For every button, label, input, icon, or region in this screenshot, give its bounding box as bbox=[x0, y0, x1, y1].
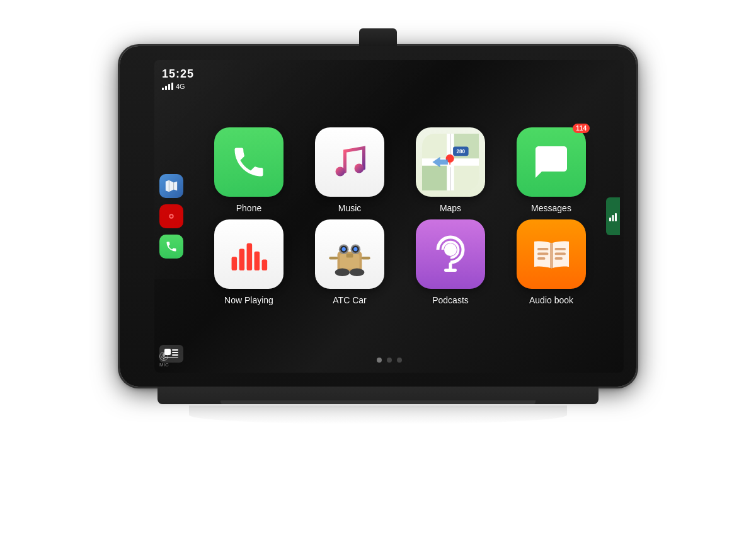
app-icon-audiobook[interactable] bbox=[517, 219, 586, 289]
app-icon-music[interactable] bbox=[315, 127, 384, 197]
svg-point-27 bbox=[342, 247, 346, 251]
app-icon-nowplaying[interactable] bbox=[214, 219, 284, 289]
device-stand bbox=[158, 387, 598, 404]
app-item-atccar[interactable]: ATC Car bbox=[302, 219, 397, 305]
svg-rect-45 bbox=[172, 352, 178, 353]
sidebar bbox=[159, 174, 183, 259]
svg-rect-42 bbox=[554, 257, 563, 260]
mic-label: MIC bbox=[159, 362, 169, 368]
app-icon-atccar[interactable] bbox=[315, 219, 384, 289]
app-label-podcasts: Podcasts bbox=[432, 295, 469, 305]
svg-rect-52 bbox=[615, 213, 617, 221]
svg-text:280: 280 bbox=[457, 149, 466, 154]
svg-rect-40 bbox=[554, 248, 566, 250]
screen: 15:25 4G bbox=[154, 60, 624, 373]
sidebar-icon-music[interactable] bbox=[159, 204, 183, 228]
svg-rect-7 bbox=[422, 162, 450, 190]
app-item-messages[interactable]: 114 Messages bbox=[504, 127, 598, 213]
app-item-nowplaying[interactable]: Now Playing bbox=[202, 219, 296, 305]
app-item-music[interactable]: Music bbox=[302, 127, 397, 213]
mic-circle bbox=[159, 352, 168, 361]
signal-bar-2 bbox=[165, 86, 167, 90]
app-label-atccar: ATC Car bbox=[333, 295, 366, 305]
app-label-phone: Phone bbox=[236, 203, 261, 213]
signal-row: 4G bbox=[162, 83, 194, 90]
app-label-nowplaying: Now Playing bbox=[224, 295, 273, 305]
sidebar-icon-phone[interactable] bbox=[159, 235, 183, 259]
svg-marker-0 bbox=[166, 180, 177, 192]
page-dot-2[interactable] bbox=[387, 358, 392, 363]
app-label-music: Music bbox=[338, 203, 362, 213]
svg-rect-36 bbox=[444, 269, 457, 272]
svg-rect-16 bbox=[232, 257, 238, 270]
clock-display: 15:25 bbox=[162, 67, 194, 81]
page-dot-3[interactable] bbox=[397, 358, 402, 363]
app-item-audiobook[interactable]: Audio book bbox=[504, 219, 598, 305]
svg-rect-39 bbox=[537, 257, 546, 260]
mic-indicator: MIC bbox=[159, 352, 169, 368]
svg-rect-49 bbox=[163, 358, 164, 359]
svg-rect-20 bbox=[262, 260, 268, 271]
sidebar-icon-maps[interactable] bbox=[159, 174, 183, 198]
signal-bar-1 bbox=[162, 88, 164, 90]
app-item-phone[interactable]: Phone bbox=[202, 127, 296, 213]
svg-rect-37 bbox=[537, 248, 549, 250]
svg-point-30 bbox=[335, 269, 350, 276]
app-icon-phone[interactable] bbox=[214, 127, 284, 197]
svg-rect-11 bbox=[450, 134, 451, 157]
top-mount bbox=[359, 28, 397, 46]
app-item-maps[interactable]: 280 Maps bbox=[403, 127, 498, 213]
app-label-messages: Messages bbox=[531, 203, 571, 213]
svg-rect-50 bbox=[609, 218, 611, 221]
app-grid: Phone bbox=[189, 121, 611, 312]
svg-point-5 bbox=[355, 164, 364, 173]
svg-point-31 bbox=[350, 269, 364, 276]
signal-bar-4 bbox=[171, 83, 173, 90]
app-item-podcasts[interactable]: Podcasts bbox=[403, 219, 498, 305]
signal-bar-3 bbox=[168, 84, 170, 90]
signal-bars bbox=[162, 83, 173, 90]
page-dot-1[interactable] bbox=[377, 358, 382, 363]
app-icon-podcasts[interactable] bbox=[416, 219, 485, 289]
svg-rect-18 bbox=[247, 243, 253, 271]
svg-rect-32 bbox=[329, 257, 338, 260]
messages-badge: 114 bbox=[573, 124, 590, 133]
svg-point-28 bbox=[353, 247, 357, 251]
now-playing-mini-indicator[interactable] bbox=[606, 197, 620, 235]
device-body: 15:25 4G bbox=[120, 46, 636, 387]
device-wrapper: 15:25 4G bbox=[107, 28, 649, 508]
app-icon-maps[interactable]: 280 bbox=[416, 127, 485, 197]
svg-rect-51 bbox=[612, 215, 614, 221]
network-label: 4G bbox=[176, 83, 185, 90]
svg-rect-19 bbox=[255, 252, 260, 271]
svg-rect-46 bbox=[172, 354, 178, 356]
svg-point-4 bbox=[336, 167, 345, 177]
svg-point-3 bbox=[170, 215, 173, 218]
app-label-audiobook: Audio book bbox=[529, 295, 573, 305]
app-icon-messages[interactable]: 114 bbox=[517, 127, 586, 197]
svg-rect-17 bbox=[239, 248, 245, 270]
svg-rect-29 bbox=[346, 253, 353, 257]
svg-point-34 bbox=[444, 243, 457, 256]
device-reflection bbox=[189, 405, 567, 424]
svg-rect-33 bbox=[362, 257, 370, 260]
svg-rect-41 bbox=[554, 253, 566, 255]
svg-rect-38 bbox=[537, 253, 549, 255]
page-dots bbox=[377, 358, 402, 363]
app-label-maps: Maps bbox=[440, 203, 461, 213]
svg-rect-48 bbox=[163, 353, 165, 357]
svg-rect-12 bbox=[450, 167, 451, 190]
svg-rect-44 bbox=[172, 349, 178, 351]
status-bar: 15:25 4G bbox=[162, 67, 194, 90]
